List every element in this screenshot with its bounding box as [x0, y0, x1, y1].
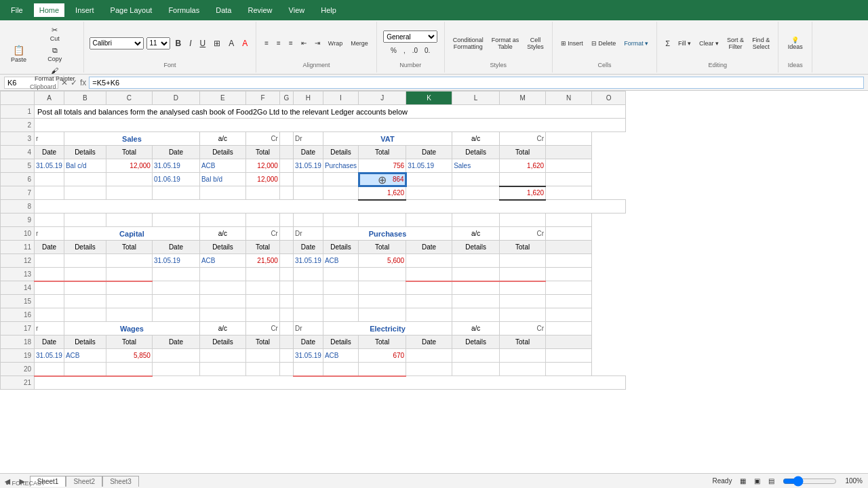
sales-balbd-total[interactable]: 12,000: [245, 173, 279, 186]
capital-details-acb[interactable]: ACB: [199, 254, 245, 268]
format-cells-button[interactable]: Format ▾: [621, 39, 651, 48]
ideas-button[interactable]: 💡Ideas: [785, 35, 806, 52]
wages-details-acb[interactable]: ACB: [64, 349, 106, 363]
alignment-buttons: ≡ ≡ ≡ ⇤ ⇥ Wrap Merge: [262, 24, 370, 62]
tab-view[interactable]: View: [283, 3, 311, 17]
vat-total-row[interactable]: 1,620: [359, 186, 406, 200]
wrap-text-button[interactable]: Wrap: [326, 39, 345, 48]
format-painter-button[interactable]: 🖌Format Painter: [32, 65, 78, 83]
align-left-button[interactable]: ≡: [262, 38, 271, 48]
table-row: 18 Date Details Total Date Details Total…: [1, 336, 626, 349]
decrease-decimal-button[interactable]: 0.: [422, 45, 433, 56]
italic-button[interactable]: I: [186, 37, 194, 49]
clear-button[interactable]: Clear ▾: [696, 39, 722, 48]
formula-input[interactable]: [89, 77, 864, 89]
conditional-formatting-button[interactable]: ConditionalFormatting: [450, 35, 486, 52]
sales-date-1[interactable]: 31.05.19: [35, 159, 64, 173]
underline-button[interactable]: U: [197, 37, 209, 49]
tab-home[interactable]: Home: [34, 3, 64, 17]
table-row: 14: [1, 281, 626, 295]
sales-cr-details-acb[interactable]: ACB: [199, 159, 245, 173]
electricity-date-1[interactable]: 31.05.19: [293, 349, 323, 363]
view-layout[interactable]: ▣: [754, 477, 760, 485]
view-page-break[interactable]: ▤: [768, 477, 774, 485]
capital-date-1[interactable]: 31.05.19: [152, 254, 199, 268]
sheet-tab-2[interactable]: Sheet2: [66, 476, 102, 487]
sales-details-balcd[interactable]: Bal c/d: [64, 159, 106, 173]
border-button[interactable]: ⊞: [211, 37, 223, 49]
align-right-button[interactable]: ≡: [286, 38, 296, 48]
electricity-details-acb[interactable]: ACB: [323, 349, 358, 363]
purchases-total-1[interactable]: 5,600: [359, 254, 406, 268]
tab-review[interactable]: Review: [242, 3, 277, 17]
col-date-1: Date: [35, 146, 64, 159]
sales-cr-date-1[interactable]: 31.05.19: [152, 159, 199, 173]
vat-cr-details-sales[interactable]: Sales: [452, 159, 500, 173]
increase-decimal-button[interactable]: .0: [410, 45, 420, 56]
merge-center-button[interactable]: Merge: [348, 39, 371, 48]
find-select-button[interactable]: Find &Select: [749, 35, 772, 52]
bottom-bar: ◄ ► Sheet1 Sheet2 Sheet3 Ready ▦ ▣ ▤ 100…: [0, 473, 868, 488]
tab-file[interactable]: File: [5, 3, 28, 17]
wages-date-1[interactable]: 31.05.19: [35, 349, 64, 363]
table-row: 8: [1, 200, 626, 214]
sales-cr: Cr: [245, 132, 279, 146]
align-center-button[interactable]: ≡: [274, 38, 283, 48]
font-family-select[interactable]: Calibri: [90, 37, 144, 49]
wages-total-1[interactable]: 5,850: [106, 349, 152, 363]
col-header-e: E: [199, 92, 245, 105]
font-size-select[interactable]: 11: [146, 37, 170, 49]
format-as-table-button[interactable]: Format asTable: [489, 35, 522, 52]
clipboard-buttons: 📋Paste ✂Cut ⧉Copy 🖌Format Painter: [8, 24, 78, 83]
number-format-select[interactable]: General: [383, 30, 437, 43]
delete-cells-button[interactable]: ⊟ Delete: [589, 39, 619, 48]
ready-status: Ready: [713, 477, 732, 485]
sales-balbd-details[interactable]: Bal b/d: [199, 173, 245, 186]
vat-cr-date-1[interactable]: 31.05.19: [406, 159, 452, 173]
cut-button[interactable]: ✂Cut: [32, 24, 78, 43]
vat-cr-total-1[interactable]: 1,620: [500, 159, 546, 173]
indent-increase-button[interactable]: ⇥: [312, 38, 323, 48]
col-header-f: F: [245, 92, 279, 105]
function-icon[interactable]: fx: [80, 78, 86, 87]
sales-total-1[interactable]: 12,000: [106, 159, 152, 173]
electricity-total-1[interactable]: 670: [359, 349, 406, 363]
wages-title: Wages: [64, 322, 199, 336]
tab-help[interactable]: Help: [315, 3, 342, 17]
cell-styles-button[interactable]: CellStyles: [524, 35, 547, 52]
vat-cr-total-row[interactable]: 1,620: [500, 186, 546, 200]
sales-balbd-date[interactable]: 01.06.19: [152, 173, 199, 186]
vat-details-purchases[interactable]: Purchases: [323, 159, 358, 173]
copy-button[interactable]: ⧉Copy: [32, 45, 78, 64]
vat-total-1[interactable]: 756: [359, 159, 406, 173]
view-normal[interactable]: ▦: [740, 477, 746, 485]
percent-button[interactable]: %: [388, 45, 399, 56]
clipboard-label: Clipboard: [30, 83, 56, 92]
purchases-details-acb[interactable]: ACB: [323, 254, 358, 268]
vat-selected-k6[interactable]: 864 ⊕: [359, 173, 406, 186]
sheet-tab-3[interactable]: Sheet3: [102, 476, 139, 487]
indent-decrease-button[interactable]: ⇤: [298, 38, 309, 48]
capital-total-1[interactable]: 21,500: [245, 254, 279, 268]
bold-button[interactable]: B: [173, 37, 184, 49]
fill-color-button[interactable]: A: [226, 37, 237, 49]
autosum-button[interactable]: Σ: [663, 38, 673, 49]
comma-button[interactable]: ,: [401, 45, 408, 56]
tab-data[interactable]: Data: [210, 3, 237, 17]
col-header-n: N: [546, 92, 592, 105]
tab-insert[interactable]: Insert: [70, 3, 100, 17]
purchases-date-1[interactable]: 31.05.19: [293, 254, 323, 268]
sales-cr-total-1[interactable]: 12,000: [245, 159, 279, 173]
vat-date-1[interactable]: 31.05.19: [293, 159, 323, 173]
sort-filter-button[interactable]: Sort &Filter: [724, 35, 747, 52]
tab-page-layout[interactable]: Page Layout: [105, 3, 158, 17]
group-font: Calibri 11 B I U ⊞ A A Font: [84, 22, 257, 73]
editing-buttons: Σ Fill ▾ Clear ▾ Sort &Filter Find &Sele…: [663, 24, 772, 62]
table-row: 10 r Capital a/c Cr Dr Purchases a/c Cr: [1, 227, 626, 241]
insert-cells-button[interactable]: ⊞ Insert: [558, 39, 586, 48]
tab-formulas[interactable]: Formulas: [163, 3, 205, 17]
fill-button[interactable]: Fill ▾: [675, 39, 694, 48]
zoom-slider[interactable]: [783, 476, 837, 487]
font-color-button[interactable]: A: [239, 37, 250, 49]
paste-button[interactable]: 📋Paste: [8, 43, 29, 64]
